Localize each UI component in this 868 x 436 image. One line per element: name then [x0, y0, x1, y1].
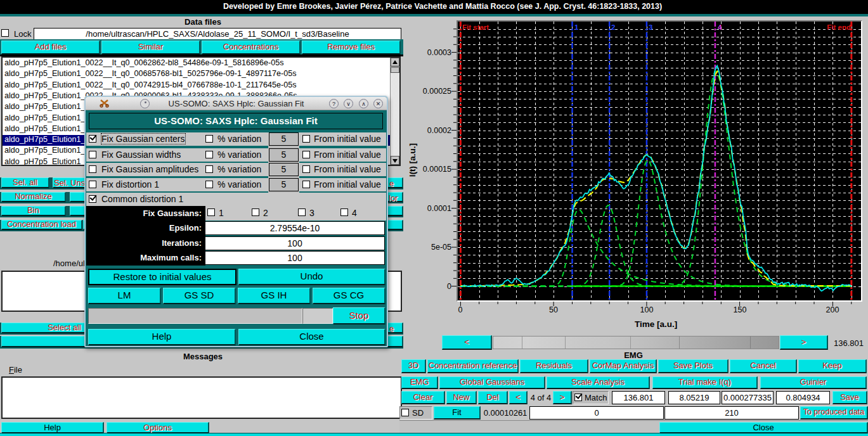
- svg-text:3: 3: [649, 23, 652, 31]
- svg-text:4: 4: [718, 23, 722, 31]
- svg-text:Fit start: Fit start: [462, 23, 489, 31]
- svg-text:1: 1: [574, 23, 579, 31]
- svg-text:Fit end: Fit end: [827, 23, 851, 31]
- svg-text:2: 2: [611, 23, 615, 31]
